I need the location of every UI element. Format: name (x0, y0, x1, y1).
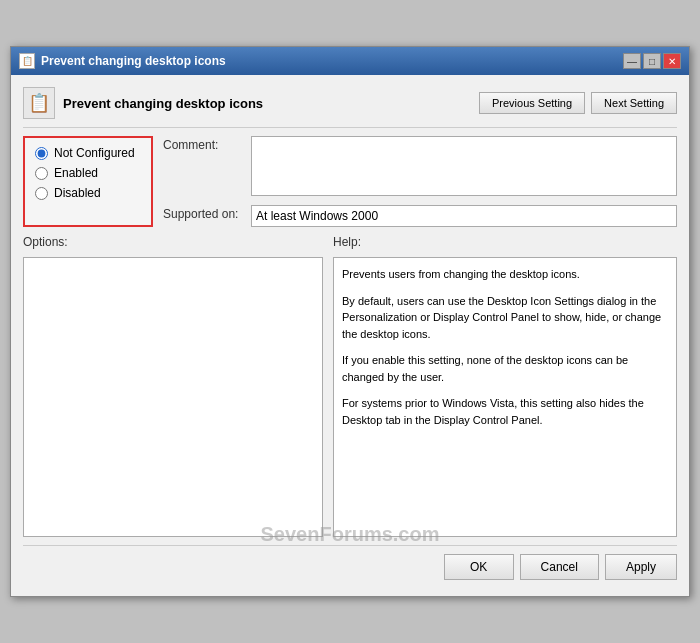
supported-value: At least Windows 2000 (251, 205, 677, 227)
help-text-3: If you enable this setting, none of the … (342, 352, 668, 385)
radio-panel: Not Configured Enabled Disabled (23, 136, 153, 227)
header-section: 📋 Prevent changing desktop icons Previou… (23, 87, 677, 128)
options-box (23, 257, 323, 537)
maximize-button[interactable]: □ (643, 53, 661, 69)
options-label: Options: (23, 235, 323, 249)
radio-enabled-label[interactable]: Enabled (54, 166, 98, 180)
window-controls: — □ ✕ (623, 53, 681, 69)
prev-setting-button[interactable]: Previous Setting (479, 92, 585, 114)
close-button[interactable]: ✕ (663, 53, 681, 69)
next-setting-button[interactable]: Next Setting (591, 92, 677, 114)
content-area: 📋 Prevent changing desktop icons Previou… (11, 75, 689, 596)
comment-supported-section: Comment: Supported on: At least Windows … (163, 136, 677, 227)
minimize-button[interactable]: — (623, 53, 641, 69)
comment-row: Comment: (163, 136, 677, 199)
help-text-2: By default, users can use the Desktop Ic… (342, 293, 668, 343)
radio-not-configured-label[interactable]: Not Configured (54, 146, 135, 160)
cancel-button[interactable]: Cancel (520, 554, 599, 580)
supported-label: Supported on: (163, 205, 243, 221)
options-help-labels: Options: Help: (23, 235, 677, 249)
radio-not-configured-input[interactable] (35, 147, 48, 160)
help-text-4: For systems prior to Windows Vista, this… (342, 395, 668, 428)
middle-section: Not Configured Enabled Disabled Comment: (23, 136, 677, 227)
radio-enabled[interactable]: Enabled (35, 166, 141, 180)
comment-wrapper (251, 136, 677, 199)
title-bar-left: 📋 Prevent changing desktop icons (19, 53, 226, 69)
supported-row: Supported on: At least Windows 2000 (163, 205, 677, 227)
header-left: 📋 Prevent changing desktop icons (23, 87, 263, 119)
title-bar: 📋 Prevent changing desktop icons — □ ✕ (11, 47, 689, 75)
radio-enabled-input[interactable] (35, 167, 48, 180)
radio-disabled[interactable]: Disabled (35, 186, 141, 200)
radio-disabled-label[interactable]: Disabled (54, 186, 101, 200)
bottom-buttons: OK Cancel Apply (23, 545, 677, 584)
comment-input[interactable] (251, 136, 677, 196)
options-help-content: Prevents users from changing the desktop… (23, 257, 677, 537)
header-buttons: Previous Setting Next Setting (479, 92, 677, 114)
radio-disabled-input[interactable] (35, 187, 48, 200)
help-box: Prevents users from changing the desktop… (333, 257, 677, 537)
help-text-1: Prevents users from changing the desktop… (342, 266, 668, 283)
policy-title: Prevent changing desktop icons (63, 96, 263, 111)
window-title: Prevent changing desktop icons (41, 54, 226, 68)
main-window: 📋 Prevent changing desktop icons — □ ✕ 📋… (10, 46, 690, 597)
policy-icon: 📋 (23, 87, 55, 119)
radio-not-configured[interactable]: Not Configured (35, 146, 141, 160)
comment-label: Comment: (163, 136, 243, 152)
window-icon: 📋 (19, 53, 35, 69)
help-label: Help: (333, 235, 677, 249)
apply-button[interactable]: Apply (605, 554, 677, 580)
ok-button[interactable]: OK (444, 554, 514, 580)
